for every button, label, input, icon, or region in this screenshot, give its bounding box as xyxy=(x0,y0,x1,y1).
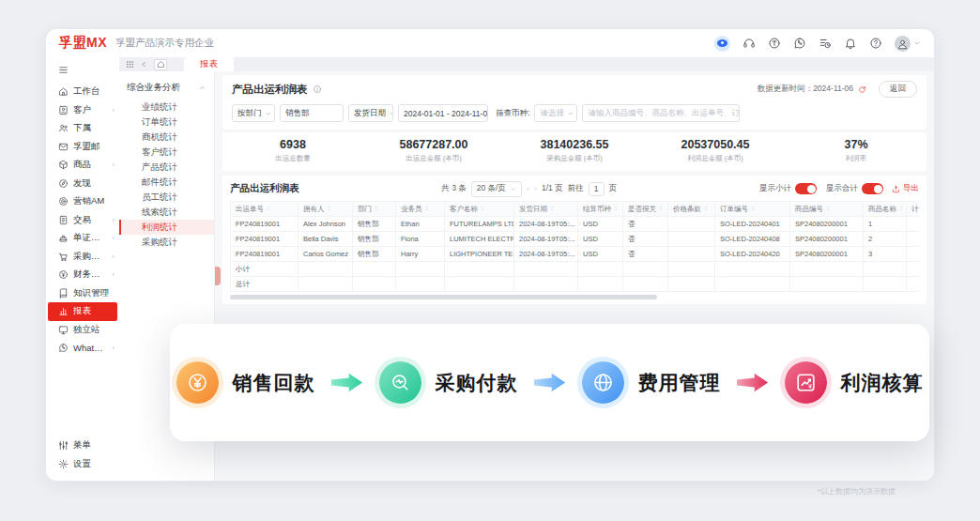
home-icon[interactable] xyxy=(154,59,167,70)
column-header[interactable]: 客户名称 xyxy=(445,202,514,217)
subnav-item[interactable]: 利润统计 xyxy=(119,220,214,235)
table-row[interactable]: FP240819001Carlos Gomez销售部HarryLIGHTPION… xyxy=(231,247,920,262)
dept-type-select[interactable]: 按部门 xyxy=(232,104,275,122)
subnav-item[interactable]: 商机统计 xyxy=(119,130,214,145)
subnav-item[interactable]: 采购统计 xyxy=(119,235,214,250)
subnav-item[interactable]: 线索统计 xyxy=(119,205,214,220)
subnav-item[interactable]: 员工统计 xyxy=(119,190,214,205)
export-button[interactable]: 导出 xyxy=(892,183,919,194)
sort-icon[interactable] xyxy=(825,205,831,214)
prev-page-button[interactable]: ‹ xyxy=(527,184,529,193)
column-header[interactable]: 订单编号 xyxy=(715,202,790,217)
column-header[interactable]: 出运单号 xyxy=(231,202,299,217)
user-avatar[interactable] xyxy=(895,36,921,52)
date-type-select[interactable]: 发货日期 xyxy=(348,104,393,122)
panel-collapse-handle[interactable] xyxy=(215,267,221,285)
sidebar-item-settings[interactable]: 设置 xyxy=(46,455,119,474)
sidebar-item-knowledge[interactable]: 知识管理 xyxy=(46,284,119,303)
sort-icon[interactable] xyxy=(613,205,619,214)
scrollbar-thumb[interactable] xyxy=(230,295,657,299)
refresh-icon[interactable] xyxy=(858,85,866,94)
column-header[interactable]: 发货日期 xyxy=(514,202,578,217)
customer-icon xyxy=(58,105,69,115)
apps-grid-icon[interactable] xyxy=(126,60,134,69)
subnav-item[interactable]: 产品统计 xyxy=(119,160,214,175)
toggle-switch[interactable] xyxy=(862,183,883,194)
sort-icon[interactable] xyxy=(703,205,709,214)
translate-icon[interactable] xyxy=(768,37,781,50)
workbench-icon xyxy=(58,86,69,97)
sort-icon[interactable] xyxy=(424,205,430,214)
column-header[interactable]: 计量单 xyxy=(907,202,920,217)
info-icon[interactable] xyxy=(313,84,322,94)
sidebar-item-products[interactable]: 商品› xyxy=(46,156,119,175)
stat-label: 出运总数量 xyxy=(222,154,363,163)
sidebar-item-procurement[interactable]: 采购管理› xyxy=(46,248,119,267)
summary-stat: 38140236.55采购总金额 (本币) xyxy=(504,138,645,163)
sort-icon[interactable] xyxy=(750,205,756,214)
sort-icon[interactable] xyxy=(549,205,555,214)
sidebar-item-site[interactable]: 独立站 xyxy=(46,321,119,340)
page-size-select[interactable]: 20 条/页 xyxy=(471,181,522,197)
sidebar-item-menu[interactable]: 菜单 xyxy=(46,437,119,455)
hamburger-icon[interactable] xyxy=(46,59,119,83)
sort-icon[interactable] xyxy=(480,205,485,214)
goto-page-input[interactable]: 1 xyxy=(589,182,605,196)
subnav-item[interactable]: 订单统计 xyxy=(119,115,214,130)
sidebar-item-finance[interactable]: 财务管理› xyxy=(46,266,119,284)
column-header[interactable]: 是否报关 xyxy=(623,202,668,217)
sort-icon[interactable] xyxy=(374,205,379,214)
sidebar-item-shipping-docs[interactable]: 单证船务› xyxy=(46,229,119,248)
table-cell: Carlos Gomez xyxy=(299,247,353,262)
tab-report[interactable]: 报表 xyxy=(184,57,234,71)
sidebar-item-workbench[interactable]: 工作台 xyxy=(46,83,119,101)
table-row[interactable]: FP240819001Alex Johnson销售部EthanFUTURELAM… xyxy=(231,217,920,232)
horizontal-scrollbar[interactable] xyxy=(230,295,919,299)
column-header[interactable]: 部门 xyxy=(353,202,396,217)
table-cell: Ethan xyxy=(396,217,445,232)
whatsapp-icon[interactable] xyxy=(793,37,806,50)
column-header[interactable]: 拥有人 xyxy=(299,202,353,217)
next-page-button[interactable]: › xyxy=(534,184,537,193)
app-logo: 孚盟MX xyxy=(59,35,107,52)
table-row[interactable]: FP240819001Bella Davis销售部FionaLUMITECH E… xyxy=(231,232,920,247)
headset-icon[interactable] xyxy=(743,37,756,50)
workflow-arrow-icon xyxy=(737,371,769,394)
sidebar-item-customers[interactable]: 客户› xyxy=(46,101,119,120)
sort-icon[interactable] xyxy=(266,205,271,214)
sidebar-item-whatsapp[interactable]: WhatsAp...› xyxy=(46,339,119,358)
table-cell: 否 xyxy=(623,232,668,247)
dept-value-input[interactable]: 销售部 xyxy=(280,104,344,122)
sidebar-item-fumeng-mail[interactable]: 孚盟邮 xyxy=(46,138,119,157)
sort-icon[interactable] xyxy=(898,205,904,214)
column-header[interactable]: 商品名称 xyxy=(864,202,907,217)
search-input[interactable]: 请输入商品编号、商品名称、出运单号、订单号、采购单号 xyxy=(582,104,740,122)
subnav-item[interactable]: 邮件统计 xyxy=(119,175,214,190)
help-icon[interactable] xyxy=(869,37,882,50)
subnav-item[interactable]: 客户统计 xyxy=(119,145,214,160)
table-cell xyxy=(623,277,668,292)
subnav-item[interactable]: 业绩统计 xyxy=(119,100,214,115)
column-header[interactable]: 结算币种 xyxy=(578,202,623,217)
sidebar-item-discover[interactable]: 发现 xyxy=(46,175,119,193)
ai-assistant-icon[interactable] xyxy=(714,36,730,52)
sort-icon[interactable] xyxy=(658,205,664,214)
toggle-switch[interactable] xyxy=(795,183,817,194)
collapse-chevron-icon[interactable] xyxy=(198,84,207,92)
table-cell xyxy=(907,232,920,247)
sidebar-item-marketing-am[interactable]: 营销AM xyxy=(46,192,119,211)
back-button[interactable]: 返回 xyxy=(879,81,917,98)
notifications-icon[interactable] xyxy=(844,37,857,50)
back-chevron-icon[interactable] xyxy=(140,60,148,69)
currency-select[interactable]: 请选择 xyxy=(534,104,577,122)
history-icon[interactable] xyxy=(819,37,832,50)
date-range-input[interactable]: 2024-01-01 - 2024-11-06 xyxy=(398,104,488,122)
sidebar-item-subordinates[interactable]: 下属 xyxy=(46,119,119,138)
column-header[interactable]: 业务员 xyxy=(396,202,445,217)
discover-icon xyxy=(58,178,69,189)
column-header[interactable]: 价格条款 xyxy=(668,202,715,217)
sidebar-item-trade[interactable]: 交易› xyxy=(46,211,119,230)
sort-icon[interactable] xyxy=(327,205,332,214)
column-header[interactable]: 商品编号 xyxy=(790,202,864,217)
sidebar-item-reports[interactable]: 报表 xyxy=(48,302,117,321)
